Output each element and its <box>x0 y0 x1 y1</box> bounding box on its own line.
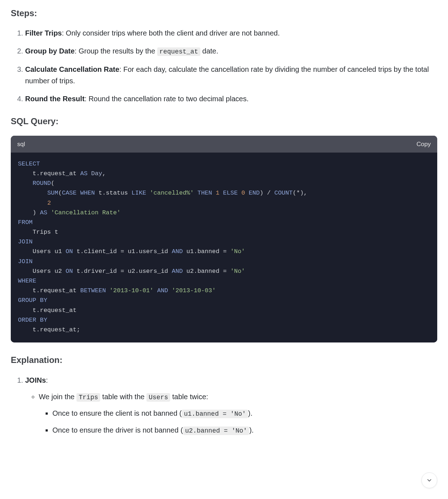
step-title: Round the Result <box>25 95 85 103</box>
step-item-3: Calculate Cancellation Rate: For each da… <box>25 64 437 87</box>
text: table with the <box>100 393 146 401</box>
explanation-list: JOINs: We join the Trips table with the … <box>11 374 437 436</box>
explanation-item-joins: JOINs: We join the Trips table with the … <box>25 374 437 436</box>
explanation-sublist: We join the Trips table with the Users t… <box>25 391 437 436</box>
colon: : <box>46 376 48 384</box>
text: ). <box>249 426 253 434</box>
steps-list: Filter Trips: Only consider trips where … <box>11 27 437 104</box>
step-text: : Round the cancellation rate to two dec… <box>85 95 249 103</box>
inline-code-u2-banned: u2.banned = 'No' <box>183 426 249 435</box>
code-lang-label: sql <box>17 139 25 149</box>
step-item-1: Filter Trips: Only consider trips where … <box>25 27 437 39</box>
explanation-subsub-item: Once to ensure the driver is not banned … <box>52 424 437 436</box>
explanation-sub-item: We join the Trips table with the Users t… <box>39 391 437 436</box>
steps-heading: Steps: <box>11 6 437 20</box>
text: Once to ensure the driver is not banned … <box>52 426 183 434</box>
inline-code-u1-banned: u1.banned = 'No' <box>182 410 248 418</box>
copy-button[interactable]: Copy <box>416 139 431 149</box>
step-text: date. <box>200 47 218 55</box>
explanation-item-title: JOINs <box>25 376 46 384</box>
explanation-subsublist: Once to ensure the client is not banned … <box>39 407 437 436</box>
step-title: Filter Trips <box>25 29 62 37</box>
code-content[interactable]: SELECT t.request_at AS Day, ROUND( SUM(C… <box>11 153 437 342</box>
inline-code-request-at: request_at <box>157 47 200 56</box>
step-title: Calculate Cancellation Rate <box>25 65 119 73</box>
explanation-heading: Explanation: <box>11 353 437 367</box>
explanation-subsub-item: Once to ensure the client is not banned … <box>52 407 437 419</box>
text: ). <box>248 409 252 417</box>
step-item-2: Group by Date: Group the results by the … <box>25 45 437 57</box>
step-text: : Only consider trips where both the cli… <box>62 29 280 37</box>
code-block: sql Copy SELECT t.request_at AS Day, ROU… <box>11 136 437 343</box>
sql-query-heading: SQL Query: <box>11 115 437 128</box>
inline-code-trips: Trips <box>76 393 100 402</box>
text: Once to ensure the client is not banned … <box>52 409 182 417</box>
code-header: sql Copy <box>11 136 437 153</box>
inline-code-users: Users <box>146 393 170 402</box>
text: We join the <box>39 393 76 401</box>
step-item-4: Round the Result: Round the cancellation… <box>25 93 437 104</box>
step-text: : Group the results by the <box>75 47 157 55</box>
text: table twice: <box>170 393 208 401</box>
step-title: Group by Date <box>25 47 75 55</box>
